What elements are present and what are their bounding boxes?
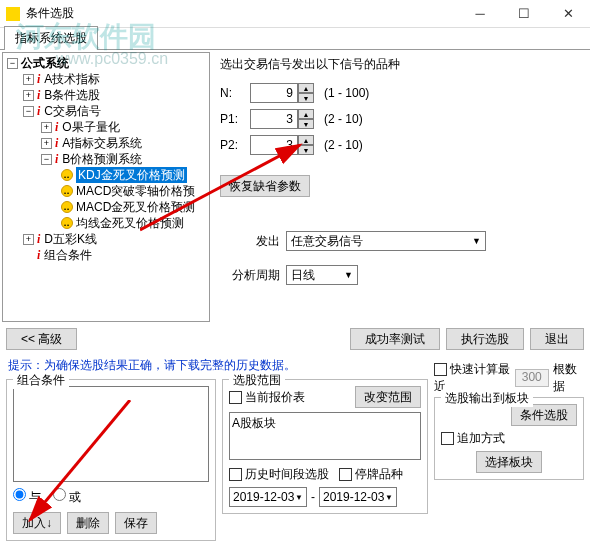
- tree-item-ma[interactable]: 均线金死叉价格预测: [76, 215, 184, 231]
- tab-indicator-system[interactable]: 指标系统选股: [4, 26, 98, 50]
- spin-up-icon[interactable]: ▲: [298, 135, 314, 145]
- chevron-down-icon: ▼: [344, 270, 353, 280]
- combo-listbox[interactable]: [13, 386, 209, 482]
- radio-or[interactable]: 或: [53, 488, 81, 506]
- n-range: (1 - 100): [324, 86, 369, 100]
- close-button[interactable]: ✕: [546, 0, 590, 28]
- formula-tree[interactable]: −公式系统 +iA技术指标 +iB条件选股 −iC交易信号 +iO果子量化 +i…: [2, 52, 210, 322]
- tree-item-macd2[interactable]: MACD金死叉价格预测: [76, 199, 195, 215]
- tree-item-d[interactable]: D五彩K线: [44, 231, 97, 247]
- count-input: 300: [515, 369, 549, 387]
- signal-value: 任意交易信号: [291, 233, 363, 250]
- maximize-button[interactable]: ☐: [502, 0, 546, 28]
- tree-item-e[interactable]: 组合条件: [44, 247, 92, 263]
- p2-range: (2 - 10): [324, 138, 363, 152]
- exit-button[interactable]: 退出: [530, 328, 584, 350]
- tree-root[interactable]: 公式系统: [21, 55, 69, 71]
- expander-icon[interactable]: +: [41, 122, 52, 133]
- expander-icon[interactable]: −: [41, 154, 52, 165]
- p1-input[interactable]: [250, 109, 298, 129]
- output-title: 选股输出到板块: [441, 390, 533, 407]
- change-scope-button[interactable]: 改变范围: [355, 386, 421, 408]
- period-label: 分析周期: [220, 267, 280, 284]
- expander-icon[interactable]: −: [7, 58, 18, 69]
- success-test-button[interactable]: 成功率测试: [350, 328, 440, 350]
- p1-range: (2 - 10): [324, 112, 363, 126]
- tree-item-c-b[interactable]: B价格预测系统: [62, 151, 142, 167]
- expander-icon[interactable]: +: [23, 74, 34, 85]
- chevron-down-icon: ▼: [385, 493, 393, 502]
- select-block-button[interactable]: 选择板块: [476, 451, 542, 473]
- unit-label: 根数据: [553, 361, 585, 395]
- n-input[interactable]: [250, 83, 298, 103]
- history-checkbox[interactable]: 历史时间段选股: [229, 466, 329, 483]
- spin-down-icon[interactable]: ▼: [298, 119, 314, 129]
- chevron-down-icon: ▼: [472, 236, 481, 246]
- period-value: 日线: [291, 267, 315, 284]
- app-icon: [6, 7, 20, 21]
- n-label: N:: [220, 86, 250, 100]
- expander-icon[interactable]: +: [23, 90, 34, 101]
- advanced-button[interactable]: << 高级: [6, 328, 77, 350]
- minimize-button[interactable]: ─: [458, 0, 502, 28]
- spin-down-icon[interactable]: ▼: [298, 145, 314, 155]
- smile-icon: [61, 217, 73, 229]
- expander-icon[interactable]: +: [23, 234, 34, 245]
- date-from[interactable]: 2019-12-03▼: [229, 487, 307, 507]
- tree-item-c[interactable]: C交易信号: [44, 103, 101, 119]
- p2-input[interactable]: [250, 135, 298, 155]
- spin-down-icon[interactable]: ▼: [298, 93, 314, 103]
- chevron-down-icon: ▼: [295, 493, 303, 502]
- combo-title: 组合条件: [13, 372, 69, 389]
- signal-select[interactable]: 任意交易信号 ▼: [286, 231, 486, 251]
- suspend-checkbox[interactable]: 停牌品种: [339, 466, 403, 483]
- params-title: 选出交易信号发出以下信号的品种: [220, 56, 582, 73]
- signal-label: 发出: [220, 233, 280, 250]
- append-checkbox[interactable]: 追加方式: [441, 430, 577, 447]
- add-button[interactable]: 加入↓: [13, 512, 61, 534]
- window-title: 条件选股: [26, 5, 458, 22]
- tree-item-a[interactable]: A技术指标: [44, 71, 100, 87]
- expander-icon[interactable]: +: [41, 138, 52, 149]
- tree-item-b[interactable]: B条件选股: [44, 87, 100, 103]
- scope-list[interactable]: A股板块: [229, 412, 421, 460]
- delete-button[interactable]: 删除: [67, 512, 109, 534]
- p1-label: P1:: [220, 112, 250, 126]
- tree-item-c-o[interactable]: O果子量化: [62, 119, 119, 135]
- run-button[interactable]: 执行选股: [446, 328, 524, 350]
- tree-item-kdj[interactable]: KDJ金死叉价格预测: [76, 167, 187, 183]
- tree-item-macd1[interactable]: MACD突破零轴价格预: [76, 183, 195, 199]
- scope-item: A股板块: [232, 416, 276, 430]
- scope-title: 选股范围: [229, 372, 285, 389]
- expander-icon[interactable]: −: [23, 106, 34, 117]
- smile-icon: [61, 169, 73, 181]
- save-button[interactable]: 保存: [115, 512, 157, 534]
- smile-icon: [61, 185, 73, 197]
- date-to[interactable]: 2019-12-03▼: [319, 487, 397, 507]
- radio-and[interactable]: 与: [13, 488, 41, 506]
- period-select[interactable]: 日线 ▼: [286, 265, 358, 285]
- smile-icon: [61, 201, 73, 213]
- restore-defaults-button[interactable]: 恢复缺省参数: [220, 175, 310, 197]
- spin-up-icon[interactable]: ▲: [298, 109, 314, 119]
- spin-up-icon[interactable]: ▲: [298, 83, 314, 93]
- current-quote-checkbox[interactable]: 当前报价表: [229, 389, 305, 406]
- cond-select-button[interactable]: 条件选股: [511, 404, 577, 426]
- p2-label: P2:: [220, 138, 250, 152]
- tree-item-c-a[interactable]: A指标交易系统: [62, 135, 142, 151]
